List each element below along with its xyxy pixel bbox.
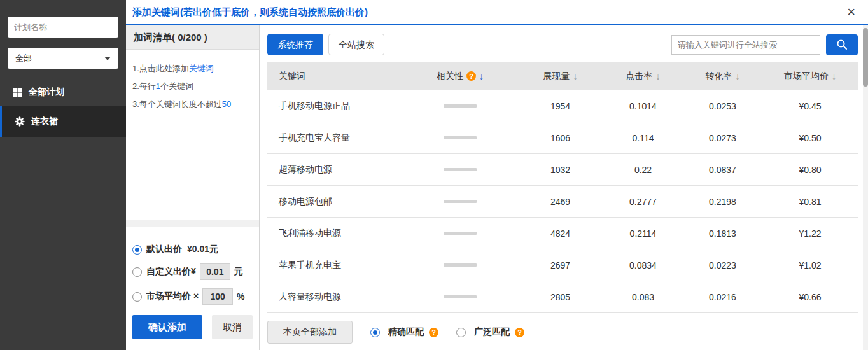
relevance-bar xyxy=(444,168,477,171)
impressions-cell: 4824 xyxy=(517,228,603,239)
impressions-cell: 2805 xyxy=(517,292,603,302)
keyword-search-button[interactable] xyxy=(826,34,858,55)
table-row[interactable]: 手机移动电源正品 1954 0.1014 0.0253 ¥0.45 xyxy=(267,90,858,122)
keyword-table: 关键词 相关性 ? ↓ 展现量 ↓ 点击率 ↓ xyxy=(267,62,858,313)
market-percent-input[interactable] xyxy=(202,288,233,305)
ctr-cell: 0.22 xyxy=(603,165,683,175)
header-keyword: 关键词 xyxy=(267,71,403,82)
chevron-down-icon xyxy=(104,57,111,60)
sort-desc-icon[interactable]: ↓ xyxy=(573,71,578,81)
sort-desc-icon[interactable]: ↓ xyxy=(736,71,740,81)
keyword-cell: 大容量移动电源 xyxy=(267,291,403,303)
vertical-scrollbar[interactable] xyxy=(863,25,868,350)
cvr-cell: 0.0253 xyxy=(683,101,762,111)
ctr-cell: 0.114 xyxy=(603,133,683,143)
gear-icon xyxy=(15,116,25,127)
cvr-cell: 0.0837 xyxy=(683,165,762,175)
plan-filter-value: 全部 xyxy=(15,53,32,64)
keyword-input-area[interactable]: 1.点击此处添加关键词 2.每行1个关键词 3.每个关键词长度不超过50 xyxy=(126,50,259,220)
ctr-cell: 0.0834 xyxy=(603,260,683,270)
sort-desc-icon[interactable]: ↓ xyxy=(832,71,836,81)
custom-bid-input[interactable] xyxy=(200,263,230,280)
table-body: 手机移动电源正品 1954 0.1014 0.0253 ¥0.45 手机充电宝大… xyxy=(267,90,858,313)
add-all-button[interactable]: 本页全部添加 xyxy=(267,321,353,344)
bid-unit: 元 xyxy=(234,266,243,277)
confirm-add-button[interactable]: 确认添加 xyxy=(132,315,202,339)
radio-default-bid[interactable] xyxy=(132,245,142,255)
table-row[interactable]: 超薄移动电源 1032 0.22 0.0837 ¥0.80 xyxy=(267,154,858,186)
app-root: 全部 全部计划 xyxy=(0,0,868,350)
relevance-cell xyxy=(403,104,517,108)
help-icon[interactable]: ? xyxy=(466,71,476,81)
relevance-cell xyxy=(403,295,517,298)
bid-options-area: 默认出价 ¥0.01元 自定义出价¥ 元 市场平均价 × % xyxy=(126,227,259,350)
add-list-panel: 加词清单( 0/200 ) 1.点击此处添加关键词 2.每行1个关键词 3.每个… xyxy=(126,25,260,350)
radio-exact-match[interactable] xyxy=(370,328,380,337)
radio-custom-bid[interactable] xyxy=(132,267,142,277)
keyword-cell: 苹果手机充电宝 xyxy=(267,260,403,271)
sort-desc-icon[interactable]: ↓ xyxy=(656,71,661,81)
relevance-cell xyxy=(403,232,517,235)
modal-header: 添加关键词(若出价低于底价，则系统自动按照底价出价) × xyxy=(126,0,868,25)
bid-label: 自定义出价¥ xyxy=(146,266,196,277)
instruction-line: 3.每个关键词长度不超过50 xyxy=(132,95,253,113)
table-footer: 本页全部添加 精确匹配 ? 广泛匹配 ? xyxy=(267,321,858,344)
sort-desc-icon[interactable]: ↓ xyxy=(479,71,484,81)
plan-search-box xyxy=(8,17,118,38)
relevance-cell xyxy=(403,168,517,171)
modal-title: 添加关键词(若出价低于底价，则系统自动按照底价出价) xyxy=(132,6,368,18)
relevance-cell xyxy=(403,200,517,203)
impressions-cell: 1954 xyxy=(517,101,603,111)
sidebar-item-label: 连衣裙 xyxy=(31,116,58,127)
impressions-cell: 2697 xyxy=(517,260,603,270)
cancel-button[interactable]: 取消 xyxy=(212,315,253,339)
sidebar-item-dress-plan[interactable]: 连衣裙 xyxy=(0,106,126,137)
table-header-row: 关键词 相关性 ? ↓ 展现量 ↓ 点击率 ↓ xyxy=(267,62,858,90)
match-option-exact: 精确匹配 ? xyxy=(370,326,438,338)
cvr-cell: 0.2198 xyxy=(683,197,762,207)
sidebar-item-all-plans[interactable]: 全部计划 xyxy=(0,78,126,106)
table-row[interactable]: 飞利浦移动电源 4824 0.2114 0.1813 ¥1.22 xyxy=(267,218,858,249)
plan-filter-dropdown[interactable]: 全部 xyxy=(8,48,118,69)
table-row[interactable]: 苹果手机充电宝 2697 0.0834 0.0223 ¥1.02 xyxy=(267,249,858,281)
cvr-cell: 0.1813 xyxy=(683,228,762,239)
radio-broad-match[interactable] xyxy=(456,328,466,337)
plan-search-input[interactable] xyxy=(14,22,126,32)
price-cell: ¥0.81 xyxy=(762,197,858,207)
relevance-bar xyxy=(444,263,477,267)
price-cell: ¥0.66 xyxy=(762,292,858,302)
bid-option-market: 市场平均价 × % xyxy=(132,288,253,305)
keyword-main: 系统推荐 全站搜索 xyxy=(260,25,868,350)
scrollbar-thumb[interactable] xyxy=(863,28,868,87)
relevance-cell xyxy=(403,263,517,267)
panel-divider xyxy=(126,220,259,227)
impressions-cell: 1032 xyxy=(517,165,603,175)
help-icon[interactable]: ? xyxy=(429,328,438,337)
cvr-cell: 0.0216 xyxy=(683,292,762,302)
tab-site-search[interactable]: 全站搜索 xyxy=(328,34,384,55)
keyword-search-input[interactable] xyxy=(671,35,820,55)
table-row[interactable]: 移动电源包邮 2469 0.2777 0.2198 ¥0.81 xyxy=(267,186,858,218)
search-icon xyxy=(836,39,848,50)
header-cvr: 转化率 ↓ xyxy=(683,71,762,82)
table-row[interactable]: 手机充电宝大容量 1606 0.114 0.0273 ¥0.50 xyxy=(267,122,858,154)
tabs-row: 系统推荐 全站搜索 xyxy=(267,25,858,55)
instruction-line: 2.每行1个关键词 xyxy=(132,78,253,95)
header-ctr: 点击率 ↓ xyxy=(603,71,683,82)
relevance-bar xyxy=(444,232,477,235)
price-cell: ¥0.50 xyxy=(762,133,858,143)
ctr-cell: 0.083 xyxy=(603,292,683,302)
tab-system-recommend[interactable]: 系统推荐 xyxy=(267,34,323,55)
relevance-bar xyxy=(444,104,477,108)
sidebar-item-label: 全部计划 xyxy=(29,87,64,98)
table-row[interactable]: 大容量移动电源 2805 0.083 0.0216 ¥0.66 xyxy=(267,281,858,313)
keyword-cell: 移动电源包邮 xyxy=(267,196,403,207)
radio-market-bid[interactable] xyxy=(132,292,142,302)
sidebar: 全部 全部计划 xyxy=(0,0,126,350)
help-icon[interactable]: ? xyxy=(515,328,524,337)
impressions-cell: 1606 xyxy=(517,133,603,143)
keyword-cell: 手机充电宝大容量 xyxy=(267,132,403,144)
price-cell: ¥0.45 xyxy=(762,101,858,111)
ctr-cell: 0.1014 xyxy=(603,101,683,111)
close-icon[interactable]: × xyxy=(843,5,859,19)
